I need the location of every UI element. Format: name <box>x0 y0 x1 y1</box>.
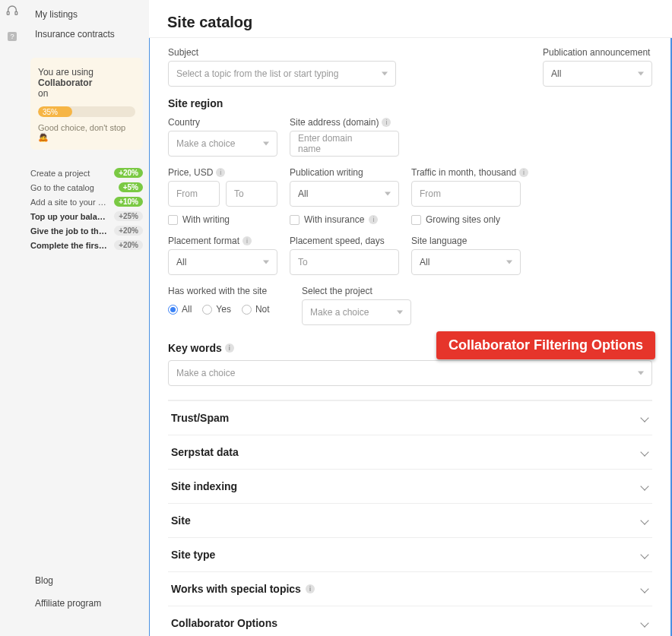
accordion-item[interactable]: Site type <box>168 538 652 572</box>
chevron-down-icon <box>640 619 649 628</box>
icon-rail: ? <box>0 0 24 636</box>
task-row[interactable]: Add a site to your cart+10% <box>30 197 143 207</box>
select-project-select[interactable]: Make a choice <box>302 299 411 325</box>
with-writing-checkbox[interactable]: With writing <box>168 214 277 225</box>
task-list: Create a project+20%Go to the catalog+5%… <box>24 168 149 250</box>
task-badge: +20% <box>114 240 143 250</box>
price-label: Price, USDi <box>168 167 277 178</box>
promo-subtext: Good choice, don't stop 🙇 <box>38 123 135 142</box>
main: Site catalog Subject Select a topic from… <box>149 0 672 636</box>
sidebar-footer: Blog Affiliate program <box>24 569 149 625</box>
site-lang-select[interactable]: All <box>411 249 521 275</box>
country-placeholder: Make a choice <box>176 138 235 149</box>
info-icon[interactable]: i <box>216 168 225 177</box>
radio-icon <box>168 305 178 315</box>
chevron-down-icon <box>640 550 649 559</box>
info-icon[interactable]: i <box>225 343 234 353</box>
svg-rect-0 <box>7 11 9 14</box>
radio-option[interactable]: All <box>168 304 192 315</box>
task-label: Top up your balance in ... <box>30 212 109 221</box>
radio-icon <box>202 305 212 315</box>
radio-label: All <box>182 304 192 315</box>
task-row[interactable]: Create a project+20% <box>30 168 143 178</box>
keywords-select[interactable]: Make a choice <box>168 360 652 386</box>
price-to-input[interactable]: To <box>226 181 277 207</box>
pub-writing-select[interactable]: All <box>290 181 399 207</box>
checkbox-icon <box>290 215 300 225</box>
site-region-title: Site region <box>168 97 652 109</box>
task-label: Give the job to the site <box>30 226 109 236</box>
traffic-label: Traffic in month, thousandi <box>411 167 528 178</box>
task-badge: +25% <box>114 211 143 221</box>
affiliate-link[interactable]: Affiliate program <box>35 592 138 615</box>
chevron-down-icon <box>640 482 649 491</box>
pub-writing-label: Publication writing <box>290 167 399 178</box>
with-insurance-checkbox[interactable]: With insurance i <box>290 214 399 225</box>
task-label: Complete the first deal <box>30 241 109 250</box>
checkbox-icon <box>411 215 421 225</box>
pub-ann-select[interactable]: All <box>543 61 652 87</box>
progress-label: 35% <box>43 108 58 116</box>
country-label: Country <box>168 117 277 128</box>
task-badge: +10% <box>114 197 143 207</box>
accordion-title: Site <box>171 514 191 527</box>
domain-label: Site address (domain)i <box>290 117 399 128</box>
traffic-input[interactable]: From <box>411 181 521 207</box>
accordion-item[interactable]: Serpstat data <box>168 435 652 470</box>
accordion: Trust/SpamSerpstat dataSite indexingSite… <box>168 400 652 636</box>
accordion-item[interactable]: Trust/Spam <box>168 401 652 435</box>
task-row[interactable]: Top up your balance in ...+25% <box>30 211 143 221</box>
nav-insurance-contracts[interactable]: Insurance contracts <box>24 24 149 44</box>
placement-format-select[interactable]: All <box>168 249 277 275</box>
progress-bar: 35% <box>38 106 135 117</box>
promo-line2: on <box>38 88 135 99</box>
callout-label: Collaborator Filtering Options <box>436 331 655 359</box>
task-badge: +5% <box>119 182 143 192</box>
page-title: Site catalog <box>167 14 654 31</box>
radio-option[interactable]: Yes <box>202 304 231 315</box>
page-header: Site catalog <box>149 0 672 38</box>
promo-brand: Collaborator <box>38 78 92 88</box>
task-badge: +20% <box>114 168 143 178</box>
content-scroll[interactable]: Subject Select a topic from the list or … <box>149 38 672 636</box>
help-icon[interactable]: ? <box>6 30 18 43</box>
task-row[interactable]: Go to the catalog+5% <box>30 182 143 192</box>
task-badge: +20% <box>114 226 143 236</box>
headset-icon[interactable] <box>6 5 18 17</box>
domain-placeholder: Enter domain name <box>298 133 377 154</box>
accordion-title: Serpstat data <box>171 446 239 458</box>
radio-icon <box>242 305 252 315</box>
accordion-title: Trust/Spam <box>171 412 229 424</box>
checkbox-icon <box>168 215 178 225</box>
accordion-item[interactable]: Site indexing <box>168 470 652 504</box>
accordion-item[interactable]: Collaborator Options <box>168 606 652 636</box>
radio-label: Yes <box>216 304 231 315</box>
worked-with-label: Has worked with the site <box>168 286 290 296</box>
placement-speed-input[interactable]: To <box>290 249 399 275</box>
accordion-title: Site type <box>171 549 215 561</box>
accordion-item[interactable]: Site <box>168 504 652 538</box>
chevron-down-icon <box>640 516 649 525</box>
task-row[interactable]: Complete the first deal+20% <box>30 240 143 250</box>
country-select[interactable]: Make a choice <box>168 131 277 157</box>
pub-ann-value: All <box>551 68 561 79</box>
info-icon[interactable]: i <box>519 168 528 177</box>
info-icon[interactable]: i <box>382 118 391 127</box>
radio-label: Not <box>255 304 270 315</box>
subject-label: Subject <box>168 47 531 58</box>
nav-my-listings[interactable]: My listings <box>24 5 149 24</box>
growing-only-checkbox[interactable]: Growing sites only <box>411 214 528 225</box>
chevron-down-icon <box>640 584 649 593</box>
task-row[interactable]: Give the job to the site+20% <box>30 226 143 236</box>
subject-select[interactable]: Select a topic from the list or start ty… <box>168 61 396 87</box>
info-icon[interactable]: i <box>306 584 315 593</box>
accordion-item[interactable]: Works with special topicsi <box>168 572 652 606</box>
radio-option[interactable]: Not <box>242 304 270 315</box>
task-label: Add a site to your cart <box>30 198 109 207</box>
info-icon[interactable]: i <box>242 236 252 245</box>
info-icon[interactable]: i <box>369 215 378 224</box>
blog-link[interactable]: Blog <box>35 569 138 592</box>
price-from-input[interactable]: From <box>168 181 220 207</box>
accordion-title: Works with special topicsi <box>171 583 315 595</box>
domain-input[interactable]: Enter domain name <box>290 131 399 157</box>
